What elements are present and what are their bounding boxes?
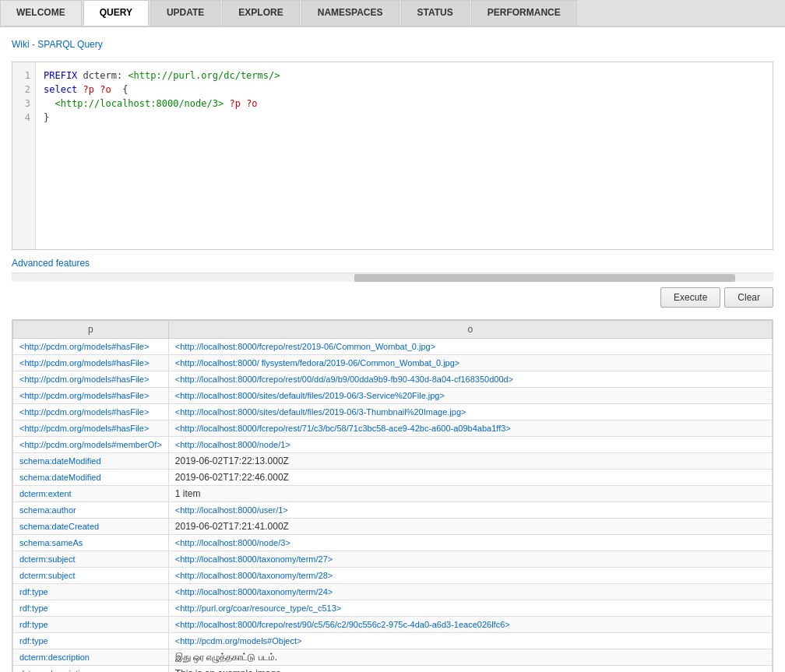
cell-o: <http://localhost:8000/user/1> — [168, 502, 772, 519]
col-header-p: p — [13, 321, 169, 339]
o-link[interactable]: <http://localhost:8000/fcrepo/rest/00/dd… — [175, 375, 513, 384]
cell-o: 2019-06-02T17:22:46.000Z — [168, 470, 772, 486]
p-link[interactable]: <http://pcdm.org/models#hasFile> — [19, 375, 149, 384]
o-link[interactable]: <http://localhost:8000/taxonomy/term/24> — [175, 587, 333, 596]
advanced-features-link[interactable]: Advanced features — [12, 258, 90, 269]
cell-p: schema:dateModified — [13, 470, 169, 486]
tab-query[interactable]: QUERY — [83, 0, 149, 26]
p-link[interactable]: <http://pcdm.org/models#hasFile> — [19, 424, 149, 433]
o-link[interactable]: <http://pcdm.org/models#Object> — [175, 636, 302, 646]
clear-button[interactable]: Clear — [724, 287, 773, 308]
cell-o: <http://localhost:8000/fcrepo/rest/90/c5… — [168, 617, 772, 633]
p-link[interactable]: rdf:type — [19, 587, 48, 596]
p-link[interactable]: dcterm:extent — [19, 489, 72, 498]
breadcrumb-wiki-link[interactable]: Wiki — [12, 39, 30, 50]
cell-o: <http://localhost:8000/taxonomy/term/24> — [168, 584, 772, 600]
execute-button[interactable]: Execute — [660, 287, 720, 308]
tab-welcome[interactable]: WELCOME — [0, 0, 82, 26]
breadcrumb-sparql-link[interactable]: SPARQL Query — [37, 39, 102, 50]
tab-explore[interactable]: EXPLORE — [222, 0, 299, 26]
table-row: rdf:type<http://localhost:8000/fcrepo/re… — [13, 617, 773, 633]
cell-p: <http://pcdm.org/models#memberOf> — [13, 437, 169, 453]
table-row: rdf:type<http://pcdm.org/models#Object> — [13, 633, 773, 649]
o-link[interactable]: <http://localhost:8000/user/1> — [175, 505, 288, 515]
horizontal-scrollbar[interactable] — [12, 273, 773, 282]
p-link[interactable]: dcterm:description — [19, 653, 90, 662]
advanced-features-section: Advanced features — [12, 254, 773, 273]
p-link[interactable]: schema:dateModified — [19, 456, 101, 466]
tab-status[interactable]: STATUS — [401, 0, 470, 26]
o-link[interactable]: <http://localhost:8000/node/3> — [175, 538, 290, 547]
breadcrumb: Wiki - SPARQL Query — [12, 35, 773, 54]
query-text-area[interactable]: PREFIX dcterm: <http://purl.org/dc/terms… — [36, 62, 773, 249]
table-row: <http://pcdm.org/models#hasFile><http://… — [13, 420, 773, 437]
p-link[interactable]: <http://pcdm.org/models#memberOf> — [19, 440, 162, 449]
p-link[interactable]: schema:author — [19, 505, 76, 515]
cell-p: dcterm:extent — [13, 486, 169, 502]
o-link[interactable]: <http://localhost:8000/sites/default/fil… — [175, 391, 445, 400]
cell-o: 2019-06-02T17:22:13.000Z — [168, 453, 772, 470]
o-link[interactable]: <http://localhost:8000/sites/default/fil… — [175, 407, 466, 417]
cell-p: schema:sameAs — [13, 535, 169, 551]
table-row: dcterm:descriptionThis is an example ima… — [13, 666, 773, 673]
o-link[interactable]: <http://localhost:8000/ flysystem/fedora… — [175, 358, 459, 368]
o-link[interactable]: <http://localhost:8000/fcrepo/rest/2019-… — [175, 342, 435, 351]
tab-update[interactable]: UPDATE — [150, 0, 220, 26]
cell-p: dcterm:subject — [13, 551, 169, 568]
p-link[interactable]: schema:dateModified — [19, 473, 101, 482]
p-link[interactable]: dcterm:subject — [19, 571, 76, 580]
button-area: Execute Clear — [12, 283, 773, 311]
cell-p: schema:author — [13, 502, 169, 519]
o-link[interactable]: <http://localhost:8000/taxonomy/term/27> — [175, 554, 333, 564]
cell-p: schema:dateModified — [13, 453, 169, 470]
p-link[interactable]: <http://pcdm.org/models#hasFile> — [19, 407, 149, 417]
cell-o: <http://localhost:8000/taxonomy/term/28> — [168, 568, 772, 584]
o-link[interactable]: <http://localhost:8000/fcrepo/rest/90/c5… — [175, 620, 510, 629]
p-link[interactable]: schema:dateCreated — [19, 522, 99, 531]
table-row: dcterm:subject<http://localhost:8000/tax… — [13, 568, 773, 584]
p-link[interactable]: dcterm:subject — [19, 554, 76, 564]
cell-p: <http://pcdm.org/models#hasFile> — [13, 388, 169, 404]
table-row: schema:author<http://localhost:8000/user… — [13, 502, 773, 519]
o-link[interactable]: <http://localhost:8000/fcrepo/rest/71/c3… — [175, 424, 511, 433]
p-link[interactable]: rdf:type — [19, 620, 48, 629]
line-numbers: 1 2 3 4 — [12, 62, 36, 249]
p-link[interactable]: <http://pcdm.org/models#hasFile> — [19, 342, 149, 351]
cell-o: <http://localhost:8000/fcrepo/rest/71/c3… — [168, 420, 772, 437]
table-row: dcterm:extent1 item — [13, 486, 773, 502]
table-row: rdf:type<http://localhost:8000/taxonomy/… — [13, 584, 773, 600]
table-row: dcterm:subject<http://localhost:8000/tax… — [13, 551, 773, 568]
cell-o: <http://purl.org/coar/resource_type/c_c5… — [168, 600, 772, 617]
p-link[interactable]: rdf:type — [19, 636, 48, 646]
p-link[interactable]: rdf:type — [19, 603, 48, 613]
results-table: p o <http://pcdm.org/models#hasFile><htt… — [12, 320, 773, 672]
table-row: <http://pcdm.org/models#hasFile><http://… — [13, 404, 773, 420]
col-header-o: o — [168, 321, 772, 339]
cell-o: <http://localhost:8000/fcrepo/rest/2019-… — [168, 339, 772, 355]
cell-p: rdf:type — [13, 584, 169, 600]
tab-performance[interactable]: PERFORMANCE — [471, 0, 577, 26]
table-row: <http://pcdm.org/models#hasFile><http://… — [13, 388, 773, 404]
cell-o: 1 item — [168, 486, 772, 502]
cell-p: schema:dateCreated — [13, 519, 169, 535]
cell-o: <http://localhost:8000/node/1> — [168, 437, 772, 453]
p-link[interactable]: dcterm:description — [19, 669, 90, 672]
p-link[interactable]: <http://pcdm.org/models#hasFile> — [19, 391, 149, 400]
query-editor[interactable]: 1 2 3 4 PREFIX dcterm: <http://purl.org/… — [12, 62, 773, 249]
table-row: rdf:type<http://purl.org/coar/resource_t… — [13, 600, 773, 617]
p-link[interactable]: schema:sameAs — [19, 538, 83, 547]
table-row: <http://pcdm.org/models#hasFile><http://… — [13, 339, 773, 355]
table-row: <http://pcdm.org/models#hasFile><http://… — [13, 371, 773, 388]
p-link[interactable]: <http://pcdm.org/models#hasFile> — [19, 358, 149, 368]
cell-o: <http://localhost:8000/fcrepo/rest/00/dd… — [168, 371, 772, 388]
tab-namespaces[interactable]: NAMESPACES — [301, 0, 400, 26]
main-content: Wiki - SPARQL Query 1 2 3 4 PREFIX dcter… — [0, 27, 785, 672]
o-link[interactable]: <http://localhost:8000/node/1> — [175, 440, 290, 449]
o-link[interactable]: <http://localhost:8000/taxonomy/term/28> — [175, 571, 333, 580]
o-link[interactable]: <http://purl.org/coar/resource_type/c_c5… — [175, 603, 341, 613]
cell-p: dcterm:description — [13, 649, 169, 666]
cell-o: This is an example image. — [168, 666, 772, 673]
table-row: schema:sameAs<http://localhost:8000/node… — [13, 535, 773, 551]
cell-p: <http://pcdm.org/models#hasFile> — [13, 371, 169, 388]
cell-p: <http://pcdm.org/models#hasFile> — [13, 404, 169, 420]
